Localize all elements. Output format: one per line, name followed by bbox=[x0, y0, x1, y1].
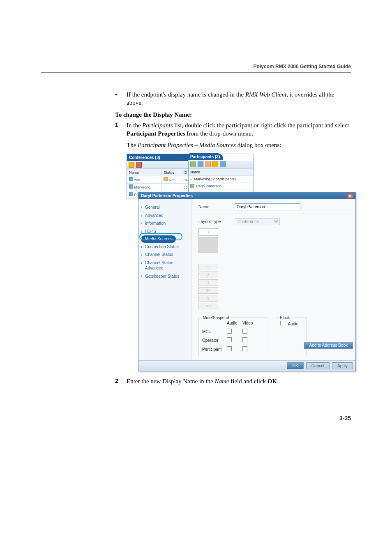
nav-media-sources[interactable]: Media Sources bbox=[141, 235, 176, 243]
layout-type-row: Layout Type: Conference bbox=[198, 218, 350, 225]
participants-list: Name − Marketing (2 participants) Daryl … bbox=[189, 168, 254, 194]
nav-h245[interactable]: H.245 bbox=[141, 228, 191, 236]
page-header: Polycom RMX 2000 Getting Started Guide bbox=[41, 64, 351, 73]
t: dialog box opens: bbox=[236, 142, 281, 148]
name-input[interactable] bbox=[235, 203, 300, 210]
layout-slot-stack: 2 3 4 5+ 9 10+ bbox=[198, 264, 218, 309]
dialog-title-text: Daryl Patterson Properties bbox=[141, 193, 193, 199]
nav-general[interactable]: General bbox=[141, 203, 191, 212]
nav-channel-status[interactable]: Channel Status bbox=[141, 251, 191, 259]
mute-suspend-group: Mute/Suspend Audio Video MCU Operator bbox=[198, 318, 268, 356]
participant-name: Daryl Patterson bbox=[196, 184, 221, 189]
layout-type-label: Layout Type: bbox=[198, 219, 227, 225]
dialog-body: General Advanced Information H.245 Media… bbox=[138, 199, 355, 360]
col-video: Video bbox=[242, 320, 258, 326]
participant-icon bbox=[190, 184, 194, 188]
dialog-main: Name: Layout Type: Conference 1 bbox=[192, 199, 355, 360]
t-bold: OK bbox=[267, 378, 277, 385]
layout-slot[interactable]: 9 bbox=[198, 295, 218, 302]
close-icon[interactable]: × bbox=[347, 193, 353, 198]
t: If the endpoint's display name is change… bbox=[127, 91, 245, 98]
layout-slot[interactable]: 1 bbox=[198, 228, 218, 236]
t: Enter the new Display Name in the bbox=[127, 378, 215, 385]
block-audio-checkbox[interactable] bbox=[280, 320, 285, 325]
t-italic: Participant Properties – Media Sources bbox=[138, 142, 236, 148]
operator-audio-checkbox[interactable] bbox=[227, 337, 232, 342]
page: Polycom RMX 2000 Getting Started Guide •… bbox=[0, 0, 392, 447]
col-name[interactable]: Name bbox=[127, 169, 162, 176]
participant-row[interactable]: Daryl Patterson bbox=[189, 183, 254, 190]
cell: zoe bbox=[134, 178, 141, 182]
layout-preview: 1 2 3 4 5+ 9 10+ bbox=[198, 228, 350, 309]
block-group: Block Audio bbox=[276, 318, 307, 356]
block-audio-label: Audio bbox=[288, 322, 299, 326]
header-rule bbox=[41, 72, 351, 73]
col-status[interactable]: Status bbox=[162, 169, 182, 176]
header-title: Polycom RMX 2000 Getting Started Guide bbox=[41, 64, 351, 69]
dialog-titlebar[interactable]: Daryl Patterson Properties × bbox=[138, 192, 355, 200]
row-mcu: MCU bbox=[202, 329, 227, 335]
bullet-item: • If the endpoint's display name is chan… bbox=[115, 90, 351, 107]
step-body: Enter the new Display Name in the Name f… bbox=[127, 377, 351, 385]
step-2: 2 Enter the new Display Name in the Name… bbox=[115, 377, 351, 385]
video-icon[interactable] bbox=[205, 161, 211, 167]
nav-information[interactable]: Information bbox=[141, 219, 191, 228]
figure-screenshot: Conferences (3) Name Status ID S zoe Not… bbox=[127, 154, 357, 372]
t: The bbox=[127, 142, 138, 148]
participant-properties-dialog: Daryl Patterson Properties × General Adv… bbox=[138, 192, 356, 372]
ok-button[interactable]: OK bbox=[287, 362, 303, 369]
mute-grid: Audio Video MCU Operator Participant bbox=[202, 320, 265, 352]
layout-slot[interactable]: 4 bbox=[198, 279, 218, 286]
layout-icon[interactable] bbox=[220, 161, 226, 167]
figure-caption: The Participant Properties – Media Sourc… bbox=[127, 141, 351, 149]
step-1: 1 In the Participants list, double click… bbox=[115, 121, 351, 138]
warn-icon bbox=[164, 177, 168, 181]
nav-connection-status[interactable]: Connection Status bbox=[141, 243, 191, 251]
mcu-video-checkbox[interactable] bbox=[242, 329, 247, 334]
bullet-marker: • bbox=[115, 90, 127, 107]
cell bbox=[162, 184, 182, 191]
t: list bbox=[173, 122, 182, 129]
dialog-footer: OK Cancel Apply bbox=[138, 360, 355, 371]
step-number: 2 bbox=[115, 377, 127, 385]
add-to-address-book-button[interactable]: Add to Address Book bbox=[304, 342, 353, 349]
add-participant-icon[interactable] bbox=[190, 161, 196, 167]
participants-tab[interactable]: Participants (2) bbox=[188, 153, 223, 161]
participant-group[interactable]: − Marketing (2 participants) bbox=[189, 176, 254, 183]
cancel-button[interactable]: Cancel bbox=[306, 362, 330, 369]
operator-video-checkbox[interactable] bbox=[242, 337, 247, 342]
layout-slot[interactable]: 5+ bbox=[198, 287, 218, 294]
block-audio-row: Audio bbox=[280, 320, 298, 327]
t: from the drop-down menu. bbox=[185, 130, 253, 137]
apply-button[interactable]: Apply bbox=[332, 362, 353, 369]
step-body: In the Participants list, double click t… bbox=[127, 121, 351, 138]
cell: Not F bbox=[169, 178, 178, 182]
participant-video-checkbox[interactable] bbox=[242, 346, 247, 351]
layout-slot[interactable]: 3 bbox=[198, 272, 218, 278]
row-participant: Participant bbox=[202, 347, 227, 352]
t: In the bbox=[127, 122, 142, 129]
t: , double click the participant or right-… bbox=[182, 122, 349, 129]
bullet-text: If the endpoint's display name is change… bbox=[127, 90, 351, 107]
connect-icon[interactable] bbox=[198, 161, 203, 167]
audio-icon[interactable] bbox=[212, 161, 218, 167]
nav-channel-status-adv[interactable]: Channel Status Advanced bbox=[141, 259, 191, 272]
layout-slot[interactable]: 10+ bbox=[198, 303, 218, 309]
mcu-audio-checkbox[interactable] bbox=[227, 329, 232, 334]
step-number: 1 bbox=[115, 121, 127, 138]
nav-gatekeeper-status[interactable]: Gatekeeper Status bbox=[141, 272, 191, 281]
nav-advanced[interactable]: Advanced bbox=[141, 212, 191, 220]
col-audio: Audio bbox=[227, 320, 242, 326]
new-icon[interactable] bbox=[129, 162, 134, 168]
t-italic: Name bbox=[215, 378, 229, 385]
layout-slot[interactable]: 2 bbox=[198, 264, 218, 270]
dialog-nav: General Advanced Information H.245 Media… bbox=[138, 199, 192, 360]
col-name[interactable]: Name bbox=[189, 169, 254, 176]
layout-type-select[interactable]: Conference bbox=[235, 218, 280, 225]
name-label: Name: bbox=[198, 204, 227, 210]
participant-audio-checkbox[interactable] bbox=[227, 346, 232, 351]
delete-icon[interactable] bbox=[136, 162, 142, 168]
row-operator: Operator bbox=[202, 338, 227, 343]
layout-thumbnail[interactable] bbox=[198, 237, 218, 253]
t: field and click bbox=[229, 378, 267, 385]
